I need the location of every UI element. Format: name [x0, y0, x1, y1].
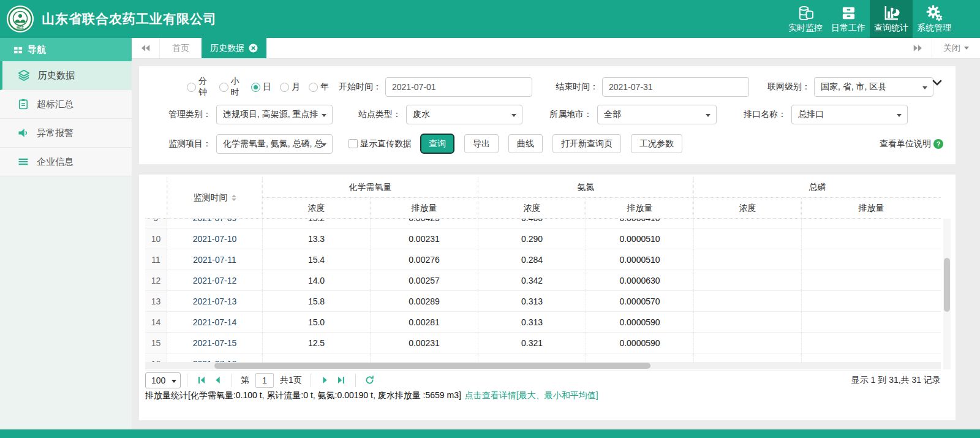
unit-help-link[interactable]: 查看单位说明 ?	[880, 138, 943, 149]
last-page-button[interactable]	[333, 373, 349, 388]
open-new-query-button[interactable]: 打开新查询页	[552, 134, 621, 153]
filter-row-1: 分钟 小时 日 月 年 开始时间： 结束时间： 联网级别： 国家, 省, 市, …	[139, 76, 956, 98]
cod-concentration-cell: 15.4	[263, 249, 371, 270]
monitor-items-select[interactable]: 化学需氧量, 氨氮, 总磷, 总	[216, 134, 333, 154]
sub-header-emission: 排放量	[586, 198, 694, 219]
network-level-select[interactable]: 国家, 省, 市, 区县	[814, 77, 933, 97]
sidebar-title: 导航	[28, 44, 46, 56]
row-number-cell: 13	[145, 291, 167, 312]
scroll-tabs-right-icon[interactable]	[903, 38, 932, 58]
outlet-select[interactable]: 总排口	[791, 105, 908, 124]
period-radio-hour[interactable]: 小时	[219, 76, 243, 98]
cod-concentration-cell: 12.5	[263, 333, 371, 353]
nav-query-statistics[interactable]: 查询统计	[870, 0, 913, 38]
cod-emission-cell: 0.00231	[371, 333, 478, 353]
station-type-label: 站点类型：	[346, 109, 401, 120]
group-header-cod: 化学需氧量	[263, 177, 478, 198]
table-row: 12 2021-07-12 14.0 0.00257 0.342 0.00006…	[145, 270, 941, 291]
table-row: 13 2021-07-13 15.8 0.00289 0.313 0.00005…	[145, 291, 941, 312]
cod-concentration-cell: 14.0	[263, 270, 371, 291]
chevron-down-icon	[706, 114, 710, 117]
table-body-viewport[interactable]: 9 2021-07-09 15.2 0.00425 0.400 0.000041…	[145, 219, 941, 369]
help-question-icon: ?	[933, 139, 943, 149]
tab-history-data[interactable]: 历史数据	[202, 38, 266, 58]
export-button[interactable]: 导出	[464, 134, 499, 153]
date-cell[interactable]: 2021-07-15	[167, 333, 263, 353]
emission-statistics-bar: 排放量统计[化学需氧量:0.100 t, 累计流量:0 t, 氨氮:0.0019…	[145, 390, 941, 401]
sidebar-item-label: 历史数据	[38, 70, 75, 81]
sidebar-item-abnormal-alarm[interactable]: 异常报警	[0, 119, 132, 148]
page-size-select[interactable]: 100	[145, 372, 181, 388]
query-button[interactable]: 查询	[420, 134, 454, 154]
date-cell[interactable]: 2021-07-10	[167, 228, 263, 249]
close-tabs-menu[interactable]: 关闭	[932, 38, 980, 58]
select-value: 废水	[413, 109, 430, 120]
vertical-scrollbar[interactable]	[944, 258, 950, 312]
prev-page-button[interactable]	[209, 373, 225, 388]
condition-params-button[interactable]: 工况参数	[631, 134, 682, 153]
unit-help-label: 查看单位说明	[880, 138, 931, 149]
view-details-link[interactable]: 点击查看详情[最大、最小和平均值]	[465, 390, 598, 400]
date-cell[interactable]: 2021-07-12	[167, 270, 263, 291]
nav-system-management[interactable]: 系统管理	[913, 0, 956, 38]
period-radio-year[interactable]: 年	[309, 81, 329, 93]
row-number-cell: 12	[145, 270, 167, 291]
column-label: 监测时间	[194, 192, 228, 203]
chevron-down-icon	[172, 380, 176, 383]
first-page-button[interactable]	[194, 373, 209, 388]
radio-label: 小时	[231, 76, 243, 98]
nav-realtime-monitor[interactable]: 实时监控	[784, 0, 827, 38]
date-cell[interactable]: 2021-07-09	[167, 219, 263, 228]
cod-concentration-cell: 15.0	[263, 312, 371, 333]
monitor-time-header[interactable]: 监测时间	[167, 177, 263, 219]
nh3-concentration-cell: 0.290	[478, 228, 586, 249]
date-cell[interactable]: 2021-07-13	[167, 291, 263, 312]
collapse-filters-icon[interactable]	[932, 80, 942, 86]
period-radio-day[interactable]: 日	[251, 81, 271, 93]
page-total-label: 共1页	[280, 375, 302, 386]
select-value: 违规项目, 高架源, 重点排	[223, 109, 318, 120]
sidebar-item-exceed-summary[interactable]: 超标汇总	[0, 90, 132, 119]
tp-emission-cell	[802, 249, 941, 270]
refresh-icon[interactable]	[362, 373, 378, 388]
close-tab-icon[interactable]	[249, 43, 258, 53]
start-time-input[interactable]	[385, 77, 532, 97]
tp-emission-cell	[802, 333, 941, 353]
sidebar-item-company-info[interactable]: 企业信息	[0, 148, 132, 176]
speaker-icon	[17, 127, 29, 139]
chevron-down-icon	[322, 114, 326, 117]
period-radio-minute[interactable]: 分钟	[187, 76, 211, 98]
period-radio-month[interactable]: 月	[280, 81, 300, 93]
scroll-tabs-left-icon[interactable]	[132, 38, 160, 58]
curve-button[interactable]: 曲线	[508, 134, 543, 153]
tab-label: 首页	[172, 43, 189, 54]
city-select[interactable]: 全部	[597, 105, 717, 124]
filter-row-2: 管理类别： 违规项目, 高架源, 重点排 站点类型： 废水 所属地市： 全部 排…	[139, 105, 956, 124]
sidebar-item-history-data[interactable]: 历史数据	[0, 61, 132, 90]
sub-header-emission: 排放量	[802, 198, 941, 219]
nav-daily-work[interactable]: 日常工作	[827, 0, 870, 38]
tab-home[interactable]: 首页	[160, 38, 202, 58]
nh3-concentration-cell: 0.400	[478, 219, 586, 228]
direct-data-checkbox-label: 显示直传数据	[360, 138, 412, 149]
sidebar: 导航 历史数据 超标汇总	[0, 38, 132, 429]
end-time-input[interactable]	[602, 77, 749, 97]
table-row: 10 2021-07-10 13.3 0.00231 0.290 0.00005…	[145, 228, 941, 249]
bar-chart-icon	[883, 5, 900, 21]
current-page-input[interactable]	[255, 373, 274, 388]
direct-data-checkbox[interactable]	[349, 139, 358, 148]
date-cell[interactable]: 2021-07-14	[167, 312, 263, 333]
radio-label: 月	[292, 81, 300, 93]
tabbar-right: 关闭	[903, 38, 980, 58]
mgmt-category-select[interactable]: 违规项目, 高架源, 重点排	[216, 105, 333, 124]
horizontal-scrollbar[interactable]	[214, 363, 650, 369]
monitor-items-label: 监测项目：	[156, 138, 211, 149]
date-cell[interactable]: 2021-07-11	[167, 249, 263, 270]
station-type-select[interactable]: 废水	[406, 105, 522, 124]
next-page-button[interactable]	[317, 373, 333, 388]
radio-circle-icon	[280, 83, 289, 92]
horizontal-scrollbar-track	[145, 362, 941, 369]
bottom-bar	[0, 429, 980, 438]
tp-concentration-cell	[694, 219, 802, 228]
chevron-down-icon	[964, 47, 969, 50]
